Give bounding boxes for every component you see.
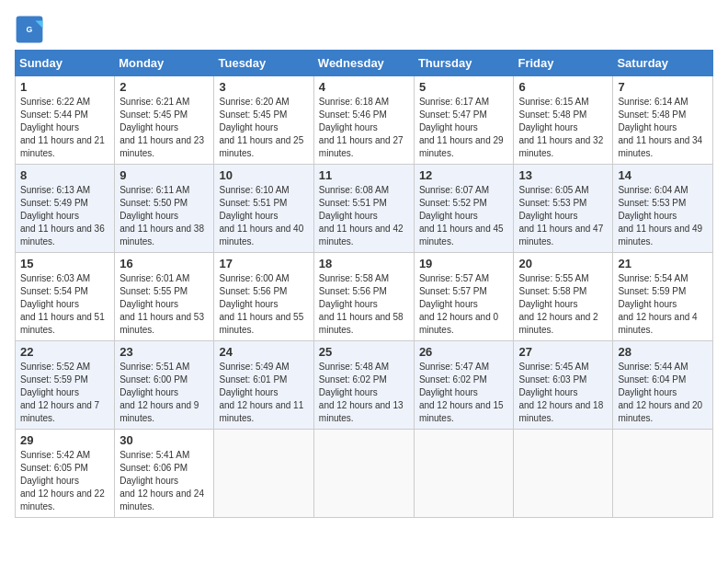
day-info: Sunrise: 6:04 AMSunset: 5:53 PMDaylight …: [618, 185, 702, 247]
calendar-cell: 11 Sunrise: 6:08 AMSunset: 5:51 PMDaylig…: [313, 165, 414, 253]
day-info: Sunrise: 5:54 AMSunset: 5:59 PMDaylight …: [618, 273, 697, 335]
calendar-week-row: 29 Sunrise: 5:42 AMSunset: 6:05 PMDaylig…: [16, 430, 713, 518]
day-info: Sunrise: 6:13 AMSunset: 5:49 PMDaylight …: [20, 185, 105, 247]
weekday-header: Sunday: [16, 51, 115, 76]
day-number: 3: [219, 80, 308, 94]
day-number: 13: [518, 168, 608, 182]
day-number: 22: [20, 345, 109, 359]
day-info: Sunrise: 6:08 AMSunset: 5:51 PMDaylight …: [319, 185, 404, 247]
weekday-header: Saturday: [613, 51, 713, 76]
day-number: 2: [119, 80, 209, 94]
calendar-cell: 12 Sunrise: 6:07 AMSunset: 5:52 PMDaylig…: [414, 165, 514, 253]
calendar-table: SundayMondayTuesdayWednesdayThursdayFrid…: [15, 50, 713, 518]
day-info: Sunrise: 5:58 AMSunset: 5:56 PMDaylight …: [319, 273, 404, 335]
svg-text:G: G: [27, 25, 33, 34]
calendar-cell: [414, 430, 514, 518]
day-info: Sunrise: 5:44 AMSunset: 6:04 PMDaylight …: [618, 362, 702, 423]
calendar-cell: [514, 430, 613, 518]
calendar-cell: 28 Sunrise: 5:44 AMSunset: 6:04 PMDaylig…: [613, 341, 713, 430]
day-number: 4: [319, 80, 409, 94]
calendar-cell: [214, 430, 313, 518]
calendar-cell: 4 Sunrise: 6:18 AMSunset: 5:46 PMDayligh…: [313, 76, 414, 165]
calendar-cell: 29 Sunrise: 5:42 AMSunset: 6:05 PMDaylig…: [16, 430, 115, 518]
day-info: Sunrise: 6:18 AMSunset: 5:46 PMDaylight …: [319, 97, 404, 158]
calendar-cell: 26 Sunrise: 5:47 AMSunset: 6:02 PMDaylig…: [414, 341, 514, 430]
day-number: 17: [219, 257, 308, 270]
day-info: Sunrise: 5:55 AMSunset: 5:58 PMDaylight …: [518, 273, 597, 335]
day-info: Sunrise: 6:20 AMSunset: 5:45 PMDaylight …: [219, 97, 303, 158]
calendar-week-row: 1 Sunrise: 6:22 AMSunset: 5:44 PMDayligh…: [16, 76, 713, 165]
day-number: 19: [419, 257, 509, 270]
calendar-cell: 15 Sunrise: 6:03 AMSunset: 5:54 PMDaylig…: [16, 253, 115, 341]
calendar-cell: 8 Sunrise: 6:13 AMSunset: 5:49 PMDayligh…: [16, 165, 115, 253]
day-info: Sunrise: 6:11 AMSunset: 5:50 PMDaylight …: [119, 185, 204, 247]
day-info: Sunrise: 6:00 AMSunset: 5:56 PMDaylight …: [219, 273, 303, 335]
day-info: Sunrise: 5:41 AMSunset: 6:06 PMDaylight …: [119, 450, 204, 511]
calendar-cell: 25 Sunrise: 5:48 AMSunset: 6:02 PMDaylig…: [313, 341, 414, 430]
day-info: Sunrise: 6:17 AMSunset: 5:47 PMDaylight …: [419, 97, 504, 158]
weekday-header: Friday: [514, 51, 613, 76]
day-info: Sunrise: 5:49 AMSunset: 6:01 PMDaylight …: [219, 362, 303, 423]
day-number: 1: [20, 80, 109, 94]
day-number: 15: [20, 257, 109, 270]
calendar-cell: 7 Sunrise: 6:14 AMSunset: 5:48 PMDayligh…: [613, 76, 713, 165]
calendar-cell: [613, 430, 713, 518]
day-number: 23: [119, 345, 209, 359]
calendar-cell: 27 Sunrise: 5:45 AMSunset: 6:03 PMDaylig…: [514, 341, 613, 430]
day-number: 27: [518, 345, 608, 359]
page-header: G: [15, 15, 713, 44]
day-info: Sunrise: 5:52 AMSunset: 5:59 PMDaylight …: [20, 362, 99, 423]
calendar-cell: 10 Sunrise: 6:10 AMSunset: 5:51 PMDaylig…: [214, 165, 313, 253]
calendar-cell: 1 Sunrise: 6:22 AMSunset: 5:44 PMDayligh…: [16, 76, 115, 165]
calendar-week-row: 8 Sunrise: 6:13 AMSunset: 5:49 PMDayligh…: [16, 165, 713, 253]
day-number: 12: [419, 168, 509, 182]
day-number: 25: [319, 345, 409, 359]
calendar-cell: 6 Sunrise: 6:15 AMSunset: 5:48 PMDayligh…: [514, 76, 613, 165]
calendar-cell: 14 Sunrise: 6:04 AMSunset: 5:53 PMDaylig…: [613, 165, 713, 253]
logo: G: [15, 15, 48, 44]
day-info: Sunrise: 6:10 AMSunset: 5:51 PMDaylight …: [219, 185, 303, 247]
day-info: Sunrise: 5:47 AMSunset: 6:02 PMDaylight …: [419, 362, 504, 423]
day-number: 29: [20, 433, 109, 447]
calendar-cell: 2 Sunrise: 6:21 AMSunset: 5:45 PMDayligh…: [115, 76, 214, 165]
calendar-cell: 3 Sunrise: 6:20 AMSunset: 5:45 PMDayligh…: [214, 76, 313, 165]
calendar-cell: 13 Sunrise: 6:05 AMSunset: 5:53 PMDaylig…: [514, 165, 613, 253]
calendar-cell: 16 Sunrise: 6:01 AMSunset: 5:55 PMDaylig…: [115, 253, 214, 341]
day-info: Sunrise: 6:15 AMSunset: 5:48 PMDaylight …: [518, 97, 603, 158]
calendar-week-row: 22 Sunrise: 5:52 AMSunset: 5:59 PMDaylig…: [16, 341, 713, 430]
day-number: 16: [119, 257, 209, 270]
calendar-cell: 18 Sunrise: 5:58 AMSunset: 5:56 PMDaylig…: [313, 253, 414, 341]
day-number: 11: [319, 168, 409, 182]
calendar-cell: 22 Sunrise: 5:52 AMSunset: 5:59 PMDaylig…: [16, 341, 115, 430]
calendar-cell: [313, 430, 414, 518]
day-number: 7: [618, 80, 708, 94]
weekday-header: Wednesday: [313, 51, 414, 76]
day-info: Sunrise: 6:14 AMSunset: 5:48 PMDaylight …: [618, 97, 702, 158]
day-info: Sunrise: 5:42 AMSunset: 6:05 PMDaylight …: [20, 450, 105, 511]
day-number: 6: [518, 80, 608, 94]
logo-icon: G: [15, 15, 44, 44]
calendar-cell: 9 Sunrise: 6:11 AMSunset: 5:50 PMDayligh…: [115, 165, 214, 253]
day-number: 18: [319, 257, 409, 270]
day-info: Sunrise: 5:48 AMSunset: 6:02 PMDaylight …: [319, 362, 404, 423]
day-info: Sunrise: 5:45 AMSunset: 6:03 PMDaylight …: [518, 362, 603, 423]
calendar-cell: 23 Sunrise: 5:51 AMSunset: 6:00 PMDaylig…: [115, 341, 214, 430]
calendar-header-row: SundayMondayTuesdayWednesdayThursdayFrid…: [16, 51, 713, 76]
day-info: Sunrise: 6:07 AMSunset: 5:52 PMDaylight …: [419, 185, 504, 247]
day-info: Sunrise: 6:05 AMSunset: 5:53 PMDaylight …: [518, 185, 603, 247]
day-info: Sunrise: 5:51 AMSunset: 6:00 PMDaylight …: [119, 362, 199, 423]
calendar-cell: 30 Sunrise: 5:41 AMSunset: 6:06 PMDaylig…: [115, 430, 214, 518]
day-number: 5: [419, 80, 509, 94]
calendar-cell: 17 Sunrise: 6:00 AMSunset: 5:56 PMDaylig…: [214, 253, 313, 341]
calendar-week-row: 15 Sunrise: 6:03 AMSunset: 5:54 PMDaylig…: [16, 253, 713, 341]
day-number: 20: [518, 257, 608, 270]
calendar-cell: 24 Sunrise: 5:49 AMSunset: 6:01 PMDaylig…: [214, 341, 313, 430]
day-info: Sunrise: 6:21 AMSunset: 5:45 PMDaylight …: [119, 97, 204, 158]
weekday-header: Tuesday: [214, 51, 313, 76]
day-info: Sunrise: 5:57 AMSunset: 5:57 PMDaylight …: [419, 273, 498, 335]
day-number: 9: [119, 168, 209, 182]
day-number: 30: [119, 433, 209, 447]
weekday-header: Thursday: [414, 51, 514, 76]
calendar-cell: 5 Sunrise: 6:17 AMSunset: 5:47 PMDayligh…: [414, 76, 514, 165]
day-number: 21: [618, 257, 708, 270]
